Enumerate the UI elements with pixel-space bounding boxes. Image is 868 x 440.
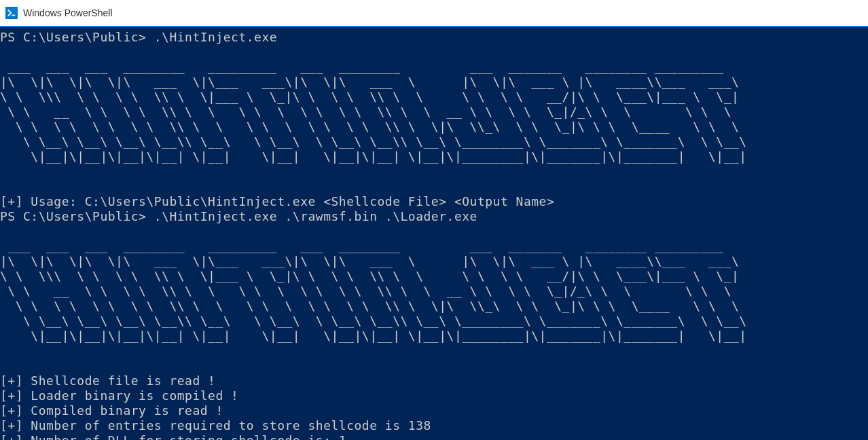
ascii-banner-1: ___ ___ ___ ________ _________ ___ _____… [0, 60, 747, 164]
status-line-5: [+] Number of DLL for storing shellcode … [0, 433, 346, 440]
status-line-4: [+] Number of entries required to store … [0, 418, 431, 433]
status-line-3: [+] Compiled binary is read ! [0, 403, 223, 418]
window-titlebar[interactable]: Windows PowerShell [0, 0, 868, 27]
status-line-2: [+] Loader binary is compiled ! [0, 388, 238, 403]
ascii-banner-2: ___ ___ ___ ________ _________ ___ _____… [0, 239, 747, 343]
terminal-output[interactable]: PS C:\Users\Public> .\HintInject.exe ___… [0, 27, 868, 440]
prompt-line-2: PS C:\Users\Public> .\HintInject.exe .\r… [0, 209, 477, 223]
window-title: Windows PowerShell [23, 7, 113, 18]
powershell-icon [5, 7, 18, 19]
prompt-line-1: PS C:\Users\Public> .\HintInject.exe [0, 30, 277, 44]
status-line-1: [+] Shellcode file is read ! [0, 373, 215, 388]
usage-line: [+] Usage: C:\Users\Public\HintInject.ex… [0, 194, 554, 208]
